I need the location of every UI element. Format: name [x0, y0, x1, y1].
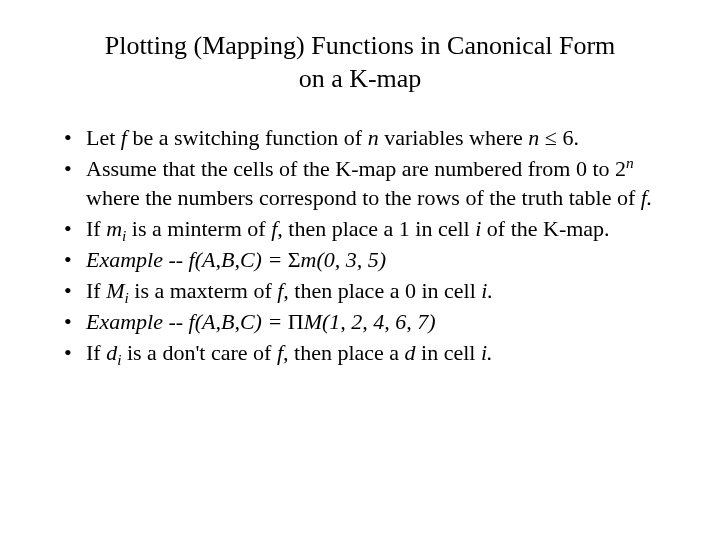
var-f: f.	[641, 185, 653, 210]
text: then place a 0 in cell	[289, 278, 481, 303]
text: is a don't care of	[121, 340, 276, 365]
var-f: f,	[271, 216, 283, 241]
bullet-item-1: Let f be a switching function of n varia…	[60, 123, 664, 152]
var-d: d	[106, 340, 117, 365]
bullet-item-4: Example -- f(A,B,C) = Σm(0, 3, 5)	[60, 245, 664, 274]
var-i: i.	[481, 340, 493, 365]
example-prefix: Example -- f(A,B,C) =	[86, 247, 288, 272]
var-n: n	[528, 125, 539, 150]
superscript-n: n	[626, 154, 634, 171]
slide: Plotting (Mapping) Functions in Canonica…	[0, 0, 720, 540]
example-tail: m(0, 3, 5)	[301, 247, 387, 272]
example-prefix: Example -- f(A,B,C) =	[86, 309, 288, 334]
text: is a maxterm of	[129, 278, 277, 303]
bullet-item-6: Example -- f(A,B,C) = ΠM(1, 2, 4, 6, 7)	[60, 307, 664, 336]
var-m: m	[106, 216, 122, 241]
bullet-item-3: If mi is a minterm of f, then place a 1 …	[60, 214, 664, 243]
text: where the numbers correspond to the rows…	[86, 185, 641, 210]
text: of the K-map.	[481, 216, 609, 241]
bullet-item-7: If di is a don't care of f, then place a…	[60, 338, 664, 367]
bullet-item-5: If Mi is a maxterm of f, then place a 0 …	[60, 276, 664, 305]
text: variables where	[379, 125, 529, 150]
text: is a minterm of	[126, 216, 271, 241]
title-line-2: on a K-map	[299, 64, 422, 93]
sigma-symbol: Σ	[288, 247, 301, 272]
text: then place a 1 in cell	[283, 216, 475, 241]
bullet-item-2: Assume that the cells of the K-map are n…	[60, 154, 664, 212]
slide-title: Plotting (Mapping) Functions in Canonica…	[56, 30, 664, 95]
text: ≤ 6.	[539, 125, 579, 150]
text: in cell	[416, 340, 481, 365]
text: Let	[86, 125, 121, 150]
var-d: d	[405, 340, 416, 365]
text: be a switching function of	[127, 125, 368, 150]
example-tail: M(1, 2, 4, 6, 7)	[304, 309, 436, 334]
var-f: f,	[277, 340, 289, 365]
text: If	[86, 216, 106, 241]
title-line-1: Plotting (Mapping) Functions in Canonica…	[105, 31, 616, 60]
bullet-list: Let f be a switching function of n varia…	[60, 123, 664, 367]
var-n: n	[368, 125, 379, 150]
text: If	[86, 278, 106, 303]
var-i: i.	[481, 278, 493, 303]
var-M: M	[106, 278, 124, 303]
text: If	[86, 340, 106, 365]
var-f: f,	[277, 278, 289, 303]
text: then place a	[289, 340, 405, 365]
pi-symbol: Π	[288, 309, 304, 334]
text: Assume that the cells of the K-map are n…	[86, 156, 626, 181]
